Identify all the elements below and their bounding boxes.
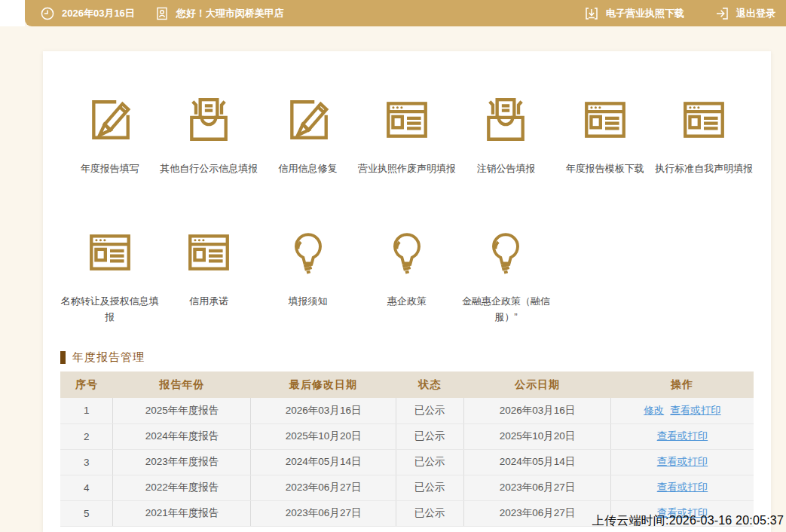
cell-actions: 修改查看或打印 [610,398,754,423]
webpage-icon [85,228,135,277]
cell-year: 2025年年度报告 [113,398,251,423]
menu-item-label: 执行标准自我声明填报 [655,161,753,177]
clock-icon [40,6,55,21]
col-header-no: 序号 [60,371,113,398]
col-header-modified: 最后修改日期 [251,371,396,398]
section-marker [60,351,66,364]
top-left-spacer [0,0,25,26]
cell-status: 已公示 [396,423,463,449]
section-head: 年度报告管理 [60,350,145,365]
menu-item-annual-report-fill[interactable]: 年度报告填写 [60,95,159,177]
menu-item-credit-repair[interactable]: 信用信息修复 [258,95,357,177]
page: 2026年03月16日 您好！大理市闵桥美甲店 电子营业执照下载 退出登录 年度… [0,0,786,532]
menu-item-label: 金融惠企政策（融信服）” [457,294,555,326]
cell-actions: 查看或打印 [610,423,754,449]
edit-icon [283,95,333,145]
cell-modified: 2025年10月20日 [251,423,396,449]
menu-item-enterprise-benefit-policy[interactable]: 惠企政策 [357,228,456,326]
cell-publish: 2024年05月14日 [463,449,610,475]
menu-item-finance-benefit-policy[interactable]: 金融惠企政策（融信服）” [457,228,555,326]
user-badge-icon [154,6,170,21]
table-row: 4 2022年年度报告 2023年06月27日 已公示 2023年06月27日 … [60,475,754,500]
cell-publish: 2026年03月16日 [463,398,610,423]
greeting-text: 您好！大理市闵桥美甲店 [176,7,284,20]
upload-time-watermark: 上传云端时间:2026-03-16 20:05:37 [592,513,784,529]
col-header-publish: 公示日期 [463,371,610,398]
webpage-icon [382,95,432,145]
table-row: 3 2023年年度报告 2024年05月14日 已公示 2024年05月14日 … [60,449,754,475]
menu-row-1: 年度报告填写 其他自行公示信息填报 信用信息修复 营业执照作废声明填报 注销公告… [60,95,754,177]
license-download-button[interactable]: 电子营业执照下载 [584,6,684,21]
main-card: 年度报告填写 其他自行公示信息填报 信用信息修复 营业执照作废声明填报 注销公告… [43,51,771,532]
cell-publish: 2023年06月27日 [463,500,610,526]
col-header-year: 报告年份 [113,371,251,398]
cell-status: 已公示 [396,500,463,526]
date-group: 2026年03月16日 [40,6,135,21]
cell-publish: 2025年10月20日 [463,423,610,449]
edit-icon [85,95,135,145]
menu-item-standard-self-declaration[interactable]: 执行标准自我声明填报 [655,95,754,177]
cell-modified: 2026年03月16日 [251,398,396,423]
annual-report-table: 序号 报告年份 最后修改日期 状态 公示日期 操作 1 2025年年度报告 20… [60,371,754,527]
menu-item-license-void-declaration[interactable]: 营业执照作废声明填报 [357,95,456,177]
webpage-icon [184,228,234,277]
greeting-group: 您好！大理市闵桥美甲店 [154,6,284,21]
table-header-row: 序号 报告年份 最后修改日期 状态 公示日期 操作 [60,371,754,398]
menu-item-other-publicity-fill[interactable]: 其他自行公示信息填报 [159,95,258,177]
menu-item-cancellation-notice[interactable]: 注销公告填报 [457,95,555,177]
view-print-link[interactable]: 查看或打印 [657,430,708,442]
download-icon [584,6,599,21]
cell-no: 1 [60,398,113,423]
menu-item-label: 年度报告填写 [81,161,139,177]
modify-link[interactable]: 修改 [644,405,664,416]
cell-status: 已公示 [396,398,463,423]
cell-year: 2024年年度报告 [113,423,251,449]
menu-item-label: 信用信息修复 [279,161,338,177]
view-print-link[interactable]: 查看或打印 [657,482,708,493]
cell-publish: 2023年06月27日 [463,475,610,500]
menu-item-credit-commitment[interactable]: 信用承诺 [159,228,258,326]
cell-status: 已公示 [396,449,463,475]
col-header-status: 状态 [396,371,463,398]
inbox-icon [184,95,234,145]
cell-status: 已公示 [396,475,463,500]
webpage-icon [580,95,630,145]
logout-label: 退出登录 [736,7,775,20]
cell-year: 2022年年度报告 [113,475,251,500]
menu-item-label: 名称转让及授权信息填报 [60,294,159,326]
view-print-link[interactable]: 查看或打印 [670,405,721,416]
lightbulb-icon [382,228,432,277]
table-row: 2 2024年年度报告 2025年10月20日 已公示 2025年10月20日 … [60,423,754,449]
menu-item-label: 营业执照作废声明填报 [358,161,456,177]
current-date: 2026年03月16日 [62,7,135,20]
menu-item-label: 信用承诺 [189,294,228,310]
cell-modified: 2023年06月27日 [251,500,396,526]
cell-no: 3 [60,449,113,475]
menu-item-label: 年度报告模板下载 [566,161,644,177]
section-title: 年度报告管理 [72,350,145,365]
lightbulb-icon [481,228,531,277]
table-row: 1 2025年年度报告 2026年03月16日 已公示 2026年03月16日 … [60,398,754,423]
menu-item-name-transfer-authorization[interactable]: 名称转让及授权信息填报 [60,228,159,326]
menu-item-filing-instructions[interactable]: 填报须知 [258,228,357,326]
menu-item-label: 填报须知 [289,294,328,310]
menu-item-label: 其他自行公示信息填报 [160,161,258,177]
cell-no: 5 [60,500,113,526]
cell-no: 2 [60,423,113,449]
cell-actions: 查看或打印 [610,449,754,475]
lightbulb-icon [283,228,333,277]
menu-item-label: 惠企政策 [387,294,427,310]
license-download-label: 电子营业执照下载 [606,7,684,20]
view-print-link[interactable]: 查看或打印 [657,456,708,467]
cell-year: 2021年年度报告 [113,500,251,526]
cell-no: 4 [60,475,113,500]
col-header-actions: 操作 [610,371,754,398]
webpage-icon [679,95,729,145]
logout-button[interactable]: 退出登录 [714,6,775,21]
cell-year: 2023年年度报告 [113,449,251,475]
menu-item-label: 注销公告填报 [476,161,535,177]
topbar: 2026年03月16日 您好！大理市闵桥美甲店 电子营业执照下载 退出登录 [25,0,786,26]
cell-modified: 2023年06月27日 [251,475,396,500]
cell-actions: 查看或打印 [610,475,754,500]
menu-item-report-template-download[interactable]: 年度报告模板下载 [555,95,654,177]
